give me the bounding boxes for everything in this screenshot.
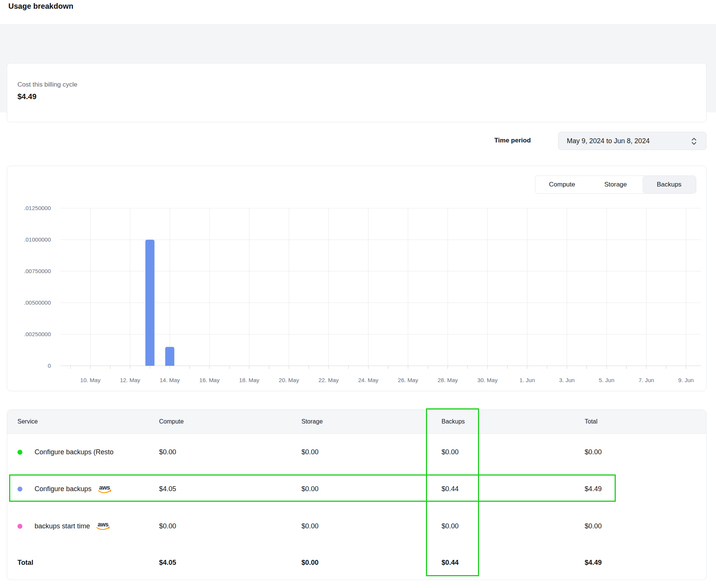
service-name: Configure backups	[35, 485, 91, 493]
backups-value: $0.00	[431, 522, 574, 530]
compute-total: $4.05	[149, 559, 291, 567]
backups-total: $0.44	[431, 559, 574, 567]
total-value: $4.49	[574, 485, 706, 493]
backups-value: $0.44	[431, 485, 574, 493]
total-value: $0.00	[574, 448, 706, 456]
svg-text:.00500000: .00500000	[24, 299, 51, 306]
total-value: $0.00	[574, 522, 706, 530]
svg-text:20. May: 20. May	[279, 377, 299, 383]
svg-text:28. May: 28. May	[438, 377, 458, 383]
svg-text:0: 0	[48, 362, 51, 369]
service-name: Configure backups (Resto	[35, 448, 114, 456]
usage-table: Service Compute Storage Backups Total Co…	[7, 409, 707, 580]
col-header-storage: Storage	[291, 418, 431, 425]
storage-value: $0.00	[291, 485, 431, 493]
compute-value: $0.00	[149, 448, 291, 456]
storage-value: $0.00	[291, 522, 431, 530]
table-total-row: Total $4.05 $0.00 $0.44 $4.49	[7, 545, 706, 580]
table-header-row: Service Compute Storage Backups Total	[7, 410, 706, 434]
svg-text:14. May: 14. May	[160, 377, 180, 383]
table-row: Configure backups aws $4.05 $0.00 $0.44 …	[7, 471, 706, 507]
svg-text:16. May: 16. May	[199, 377, 220, 383]
time-period-value: May 9, 2024 to Jun 8, 2024	[567, 137, 650, 145]
page-title: Usage breakdown	[8, 2, 73, 11]
series-dot	[17, 487, 22, 492]
series-dot	[17, 450, 22, 455]
svg-text:.00750000: .00750000	[24, 268, 51, 274]
tab-compute[interactable]: Compute	[535, 176, 589, 193]
svg-text:.01250000: .01250000	[24, 205, 51, 211]
compute-value: $4.05	[149, 485, 291, 493]
cost-summary-card: Cost this billing cycle $4.49	[7, 63, 707, 122]
updown-caret-icon	[691, 137, 697, 145]
grand-total: $4.49	[574, 559, 706, 567]
cost-card-value: $4.49	[17, 92, 36, 101]
svg-text:.01000000: .01000000	[24, 236, 51, 243]
svg-text:18. May: 18. May	[239, 377, 260, 383]
summary-section: Cost this billing cycle $4.49	[0, 24, 716, 112]
usage-bar-chart: 10. May12. May14. May16. May18. May20. M…	[7, 166, 706, 391]
backups-value: $0.00	[431, 448, 574, 456]
svg-text:aws: aws	[98, 521, 109, 528]
cost-card-label: Cost this billing cycle	[17, 81, 77, 89]
svg-text:26. May: 26. May	[398, 377, 418, 383]
svg-text:aws: aws	[99, 484, 110, 491]
svg-text:3. Jun: 3. Jun	[559, 377, 575, 383]
compute-value: $0.00	[149, 522, 291, 530]
service-name: backups start time	[35, 522, 90, 530]
svg-text:12. May: 12. May	[120, 377, 140, 383]
storage-total: $0.00	[291, 559, 431, 567]
time-period-select[interactable]: May 9, 2024 to Jun 8, 2024	[558, 132, 707, 150]
svg-text:1. Jun: 1. Jun	[519, 377, 535, 383]
time-period-label: Time period	[494, 137, 531, 144]
col-header-service: Service	[7, 418, 149, 425]
tab-backups[interactable]: Backups	[642, 176, 696, 193]
svg-text:9. Jun: 9. Jun	[678, 377, 694, 383]
svg-text:22. May: 22. May	[319, 377, 339, 383]
col-header-backups: Backups	[431, 418, 574, 425]
svg-text:.00250000: .00250000	[24, 331, 51, 337]
usage-chart-card: 10. May12. May14. May16. May18. May20. M…	[7, 166, 707, 391]
table-row: Configure backups (Resto $0.00 $0.00 $0.…	[7, 434, 706, 471]
chart-series-tabs: Compute Storage Backups	[535, 175, 696, 194]
storage-value: $0.00	[291, 448, 431, 456]
svg-text:5. Jun: 5. Jun	[599, 377, 614, 383]
aws-logo: aws	[95, 521, 110, 531]
svg-text:10. May: 10. May	[80, 377, 101, 383]
series-dot	[17, 524, 22, 529]
aws-logo: aws	[97, 484, 112, 495]
usage-breakdown-page: Usage breakdown Cost this billing cycle …	[0, 0, 716, 588]
svg-text:7. Jun: 7. Jun	[639, 377, 654, 383]
col-header-total: Total	[574, 418, 706, 425]
table-row: backups start time aws $0.00 $0.00 $0.00…	[7, 507, 706, 545]
tab-storage[interactable]: Storage	[589, 176, 642, 193]
col-header-compute: Compute	[149, 418, 291, 425]
svg-text:24. May: 24. May	[358, 377, 379, 383]
total-row-label: Total	[7, 559, 149, 567]
svg-text:30. May: 30. May	[477, 377, 498, 383]
